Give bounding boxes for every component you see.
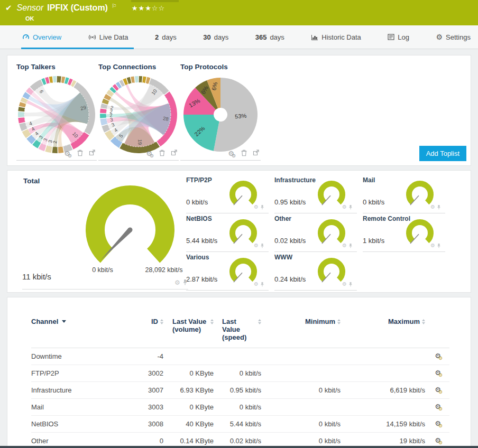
last-value-volume-cell: 40 KByte xyxy=(163,420,214,428)
delete-icon[interactable] xyxy=(77,149,84,158)
mini-gauge-value: 0.24 kbit/s xyxy=(274,275,306,283)
table-row: Infrastructure 3007 6.93 KByte 0.95 kbit… xyxy=(31,382,449,399)
channel-table-panel: Channel ID Last Value (volume) Last Valu… xyxy=(7,297,471,448)
pin-icon[interactable] xyxy=(348,279,353,289)
delete-icon[interactable] xyxy=(159,149,166,158)
maximum-cell: 19 kbit/s xyxy=(341,437,425,445)
svg-text:0 kbit/s: 0 kbit/s xyxy=(92,266,113,274)
minimum-cell: 0 kbit/s xyxy=(261,437,341,445)
table-row: FTP/P2P 3002 0 KByte 0 kbit/s ⚙⚙ xyxy=(31,365,449,382)
pin-icon[interactable] xyxy=(437,202,441,212)
tab-365-days[interactable]: 365days xyxy=(255,33,284,41)
channel-settings-icon[interactable]: ⚙⚙ xyxy=(435,369,449,378)
channel-cell: Infrastructure xyxy=(31,386,132,394)
top-protocols-chart[interactable]: 53%22%13%6%6% xyxy=(180,73,261,156)
settings-icon[interactable]: ⚙⚙ xyxy=(146,149,154,158)
svg-text:28,092 kbit/s: 28,092 kbit/s xyxy=(145,266,183,274)
settings-icon[interactable]: ⚙⚙ xyxy=(64,149,72,158)
settings-icon[interactable]: ⚙⚙ xyxy=(228,149,236,158)
column-header-minimum[interactable]: Minimum xyxy=(261,318,341,341)
id-cell: 3003 xyxy=(132,403,163,411)
mini-gauge-value: 5.44 kbit/s xyxy=(186,237,217,245)
tab-log[interactable]: Log xyxy=(388,33,409,41)
gear-icon[interactable]: ⚙ xyxy=(342,204,347,210)
toplist-title: Top Connections xyxy=(98,60,179,71)
gear-icon: ⚙ xyxy=(436,33,443,41)
open-external-icon[interactable] xyxy=(88,149,96,158)
tab-historic-data[interactable]: Historic Data xyxy=(311,33,361,41)
mini-gauge-title: Remote Control xyxy=(363,215,410,222)
mini-gauge-card: Infrastructure 0.95 kbit/s ⚙ xyxy=(274,175,357,213)
toplist-title: Top Protocols xyxy=(180,60,261,71)
last-value-speed-cell: 0.95 kbit/s xyxy=(214,386,261,394)
column-header-channel[interactable]: Channel xyxy=(31,318,132,341)
id-cell: 0 xyxy=(132,437,163,445)
column-header-maximum[interactable]: Maximum xyxy=(341,318,425,341)
mini-gauge-title: Other xyxy=(274,215,291,222)
channel-settings-icon[interactable]: ⚙⚙ xyxy=(435,352,449,361)
column-header-last-value-speed[interactable]: Last Value (speed) xyxy=(214,318,261,341)
mini-gauge-title: Various xyxy=(186,254,209,261)
open-external-icon[interactable] xyxy=(252,149,260,158)
divider xyxy=(22,289,188,290)
tab-bar: Overview Live Data 2days 30days 365days … xyxy=(0,25,478,49)
last-value-volume-cell: 6.93 KByte xyxy=(163,386,214,394)
total-gauge: 0 kbit/s28,092 kbit/s xyxy=(63,177,197,277)
pin-icon[interactable] xyxy=(260,279,264,289)
tab-live-data[interactable]: Live Data xyxy=(88,33,128,41)
last-value-speed-cell: 0 kbit/s xyxy=(214,403,261,411)
tab-overview[interactable]: Overview xyxy=(22,33,61,41)
flag-icon[interactable]: ⚐ xyxy=(112,3,117,10)
last-value-volume-cell: 0 KByte xyxy=(163,403,214,411)
channel-cell: Other xyxy=(31,437,132,445)
gear-icon[interactable]: ⚙ xyxy=(430,243,435,248)
mini-gauge-value: 0.02 kbit/s xyxy=(274,237,306,245)
last-value-speed-cell: 0.02 kbit/s xyxy=(214,437,261,445)
gear-icon[interactable]: ⚙ xyxy=(254,282,259,287)
column-header-id[interactable]: ID xyxy=(132,318,163,341)
pin-icon[interactable] xyxy=(348,241,353,250)
sort-desc-icon xyxy=(62,320,66,323)
mini-gauge-title: WWW xyxy=(274,254,292,261)
channel-settings-icon[interactable]: ⚙⚙ xyxy=(435,386,449,395)
tab-settings[interactable]: ⚙ Settings xyxy=(436,33,471,41)
column-header-last-value-volume[interactable]: Last Value (volume) xyxy=(163,318,214,341)
top-connections-chart[interactable]: 1028195433222 xyxy=(98,73,179,156)
minimum-cell: 0 kbit/s xyxy=(261,420,341,428)
tab-2-days[interactable]: 2days xyxy=(155,33,177,41)
gear-icon[interactable]: ⚙ xyxy=(342,282,347,287)
tab-30-days[interactable]: 30days xyxy=(203,33,228,41)
priority-stars[interactable]: ★★★☆☆ xyxy=(132,4,165,12)
gear-icon[interactable]: ⚙ xyxy=(254,243,259,248)
mini-gauge-card: NetBIOS 5.44 kbit/s ⚙ xyxy=(186,213,269,252)
pin-icon[interactable] xyxy=(260,241,264,250)
mini-gauge-title: NetBIOS xyxy=(186,215,212,222)
gear-icon[interactable]: ⚙ xyxy=(254,204,259,210)
id-cell: 3007 xyxy=(132,386,163,394)
gauges-panel: Total 0 kbit/s28,092 kbit/s 11 kbit/s ⚙ … xyxy=(7,170,471,293)
channel-settings-icon[interactable]: ⚙⚙ xyxy=(435,436,449,445)
mini-gauge-card: Various 2.87 kbit/s ⚙ xyxy=(186,252,269,291)
total-gauge-title: Total xyxy=(23,177,40,185)
mini-gauge-card: WWW 0.24 kbit/s ⚙ xyxy=(274,252,357,291)
table-row: Downtime -4 ⚙⚙ xyxy=(31,348,449,365)
pin-icon[interactable] xyxy=(437,241,441,250)
last-value-volume-cell: 0.14 KByte xyxy=(163,437,214,445)
channel-cell: FTP/P2P xyxy=(31,369,132,377)
mini-gauge-value: 2.87 kbit/s xyxy=(186,275,217,283)
toplist-card-top-connections: Top Connections 1028195433222 ⚙⚙ xyxy=(98,60,179,161)
pin-icon[interactable] xyxy=(348,202,353,212)
gear-icon[interactable]: ⚙ xyxy=(430,204,435,210)
pin-icon[interactable] xyxy=(260,202,264,212)
delete-icon[interactable] xyxy=(241,149,247,158)
mini-gauge-card: Remote Control 1 kbit/s ⚙ xyxy=(363,213,445,252)
last-value-speed-cell: 0 kbit/s xyxy=(214,369,261,377)
channel-settings-icon[interactable]: ⚙⚙ xyxy=(435,419,449,428)
open-external-icon[interactable] xyxy=(170,149,178,158)
gear-icon[interactable]: ⚙ xyxy=(342,243,347,248)
add-toplist-button[interactable]: Add Toplist xyxy=(419,146,466,161)
gear-icon[interactable]: ⚙ xyxy=(174,279,180,286)
channel-settings-icon[interactable]: ⚙⚙ xyxy=(435,403,449,412)
channel-cell: Downtime xyxy=(31,352,132,360)
top-talkers-chart[interactable]: 291023334446 xyxy=(16,73,97,156)
